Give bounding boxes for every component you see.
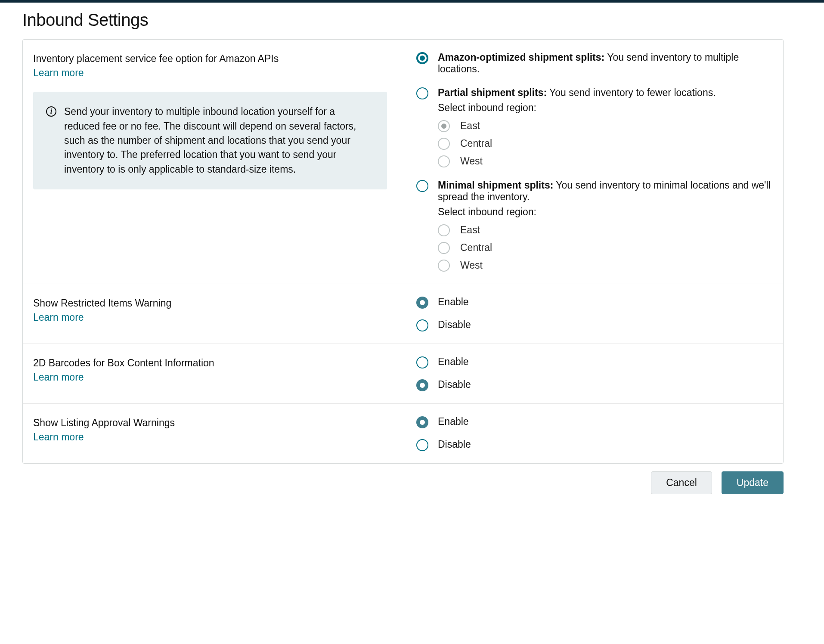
radio-icon bbox=[438, 224, 450, 236]
radio-icon bbox=[416, 52, 428, 64]
section-barcodes: 2D Barcodes for Box Content Information … bbox=[23, 344, 783, 403]
restricted-learn-more-link[interactable]: Learn more bbox=[33, 312, 84, 323]
barcodes-title: 2D Barcodes for Box Content Information bbox=[33, 356, 412, 370]
option-label: Disable bbox=[438, 439, 471, 450]
barcodes-learn-more-link[interactable]: Learn more bbox=[33, 372, 84, 383]
info-icon: i bbox=[46, 106, 56, 117]
update-button[interactable]: Update bbox=[722, 471, 784, 494]
region-label: East bbox=[460, 120, 480, 132]
barcodes-enable[interactable]: Enable bbox=[416, 356, 773, 368]
radio-icon bbox=[438, 155, 450, 167]
listing-enable[interactable]: Enable bbox=[416, 416, 773, 428]
minimal-region-central[interactable]: Central bbox=[438, 242, 773, 254]
option-label: Disable bbox=[438, 319, 471, 331]
partial-region-west[interactable]: West bbox=[438, 155, 773, 167]
option-label: Disable bbox=[438, 379, 471, 390]
minimal-region-west[interactable]: West bbox=[438, 259, 773, 272]
minimal-region-east[interactable]: East bbox=[438, 224, 773, 236]
radio-icon bbox=[438, 120, 450, 132]
section-placement: Inventory placement service fee option f… bbox=[23, 40, 783, 284]
radio-icon bbox=[438, 260, 450, 272]
region-label: East bbox=[460, 224, 480, 236]
partial-region-group: East Central West bbox=[438, 120, 773, 167]
option-title: Partial shipment splits: bbox=[438, 87, 547, 98]
radio-icon bbox=[416, 319, 428, 331]
section-restricted: Show Restricted Items Warning Learn more… bbox=[23, 284, 783, 344]
option-title: Amazon-optimized shipment splits: bbox=[438, 52, 604, 63]
restricted-title: Show Restricted Items Warning bbox=[33, 296, 412, 310]
region-label: Central bbox=[460, 242, 492, 254]
restricted-radio-group: Enable Disable bbox=[416, 296, 773, 331]
section-listing: Show Listing Approval Warnings Learn mor… bbox=[23, 403, 783, 463]
region-label: West bbox=[460, 155, 483, 167]
radio-icon bbox=[438, 138, 450, 150]
placement-info-box: i Send your inventory to multiple inboun… bbox=[33, 92, 387, 189]
minimal-select-region-label: Select inbound region: bbox=[438, 206, 773, 218]
listing-title: Show Listing Approval Warnings bbox=[33, 416, 412, 430]
radio-icon bbox=[416, 297, 428, 309]
region-label: Central bbox=[460, 138, 492, 149]
option-label: Enable bbox=[438, 296, 469, 308]
radio-icon bbox=[416, 416, 428, 428]
partial-select-region-label: Select inbound region: bbox=[438, 102, 773, 114]
option-title: Minimal shipment splits: bbox=[438, 180, 553, 191]
restricted-enable[interactable]: Enable bbox=[416, 296, 773, 309]
radio-icon bbox=[416, 87, 428, 99]
region-label: West bbox=[460, 260, 483, 271]
page-title: Inbound Settings bbox=[22, 10, 812, 30]
barcodes-disable[interactable]: Disable bbox=[416, 379, 773, 391]
placement-option-partial[interactable]: Partial shipment splits: You send invent… bbox=[416, 87, 773, 167]
placement-option-minimal[interactable]: Minimal shipment splits: You send invent… bbox=[416, 180, 773, 272]
radio-icon bbox=[416, 356, 428, 368]
partial-region-central[interactable]: Central bbox=[438, 137, 773, 150]
listing-radio-group: Enable Disable bbox=[416, 416, 773, 451]
placement-option-optimized[interactable]: Amazon-optimized shipment splits: You se… bbox=[416, 52, 773, 75]
restricted-disable[interactable]: Disable bbox=[416, 319, 773, 331]
radio-icon bbox=[416, 180, 428, 192]
option-desc: You send inventory to fewer locations. bbox=[547, 87, 716, 98]
settings-panel: Inventory placement service fee option f… bbox=[22, 39, 784, 464]
radio-icon bbox=[416, 439, 428, 451]
placement-radio-group: Amazon-optimized shipment splits: You se… bbox=[416, 52, 773, 272]
option-label: Enable bbox=[438, 416, 469, 427]
placement-learn-more-link[interactable]: Learn more bbox=[33, 67, 84, 79]
minimal-region-group: East Central West bbox=[438, 224, 773, 272]
barcodes-radio-group: Enable Disable bbox=[416, 356, 773, 391]
placement-info-text: Send your inventory to multiple inbound … bbox=[64, 105, 372, 176]
action-row: Cancel Update bbox=[22, 471, 784, 494]
listing-learn-more-link[interactable]: Learn more bbox=[33, 431, 84, 443]
listing-disable[interactable]: Disable bbox=[416, 439, 773, 451]
partial-region-east[interactable]: East bbox=[438, 120, 773, 132]
radio-icon bbox=[416, 379, 428, 391]
option-label: Enable bbox=[438, 356, 469, 368]
cancel-button[interactable]: Cancel bbox=[651, 471, 712, 494]
placement-title: Inventory placement service fee option f… bbox=[33, 52, 412, 65]
radio-icon bbox=[438, 242, 450, 254]
